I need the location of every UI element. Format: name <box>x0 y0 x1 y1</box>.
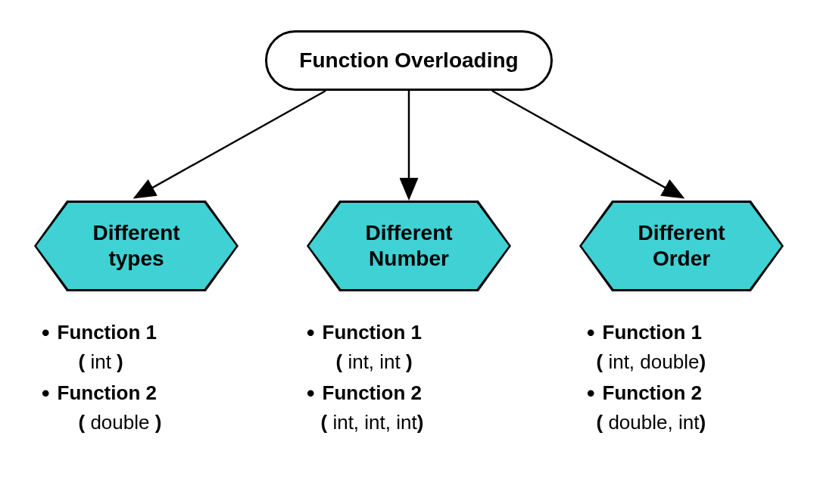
root-title: Function Overloading <box>299 48 518 73</box>
list-item: • Function 2 ( double ) <box>42 378 269 437</box>
hex1-line2: types <box>108 247 164 270</box>
root-node: Function Overloading <box>265 30 553 91</box>
arrow-left <box>136 91 326 197</box>
hex2-line1: Different <box>365 221 452 244</box>
bullet-icon: • <box>42 378 50 408</box>
fn-name: Function 2 <box>603 381 702 404</box>
hex-different-types: Different types <box>34 201 239 291</box>
fn-params: double <box>85 411 155 434</box>
list-item: • Function 2 ( int, int, int) <box>307 378 549 437</box>
bullet-icon: • <box>587 318 595 347</box>
arrow-right <box>492 91 681 197</box>
fn-name: Function 1 <box>58 321 157 344</box>
fn-name: Function 2 <box>58 381 157 404</box>
fn-params: double, int <box>603 411 699 434</box>
list-item: • Function 2 ( double, int) <box>587 378 814 437</box>
list-item: • Function 1 ( int, double) <box>587 318 814 377</box>
hex-different-order: Different Order <box>579 201 784 291</box>
bullet-icon: • <box>307 378 315 408</box>
fn-params: int <box>85 350 117 373</box>
fn-name: Function 1 <box>603 321 702 344</box>
list-item: • Function 1 ( int, int ) <box>307 318 549 377</box>
list-item: • Function 1 ( int ) <box>42 318 269 377</box>
hex1-line1: Different <box>92 221 179 244</box>
fn-name: Function 2 <box>323 381 422 404</box>
list-order: • Function 1 ( int, double) • Function 2… <box>587 318 814 439</box>
fn-params: int, int <box>342 350 406 373</box>
bullet-icon: • <box>42 318 50 347</box>
list-types: • Function 1 ( int ) • Function 2 ( doub… <box>42 318 269 439</box>
fn-params: int, int, int <box>327 411 417 434</box>
fn-params: int, double <box>603 350 699 373</box>
hex2-line2: Number <box>369 247 449 270</box>
hex3-line2: Order <box>653 247 710 270</box>
fn-name: Function 1 <box>323 321 422 344</box>
hex-different-number: Different Number <box>307 201 511 291</box>
hex3-line1: Different <box>638 221 725 244</box>
list-number: • Function 1 ( int, int ) • Function 2 (… <box>307 318 549 439</box>
bullet-icon: • <box>587 378 595 408</box>
bullet-icon: • <box>307 318 315 347</box>
